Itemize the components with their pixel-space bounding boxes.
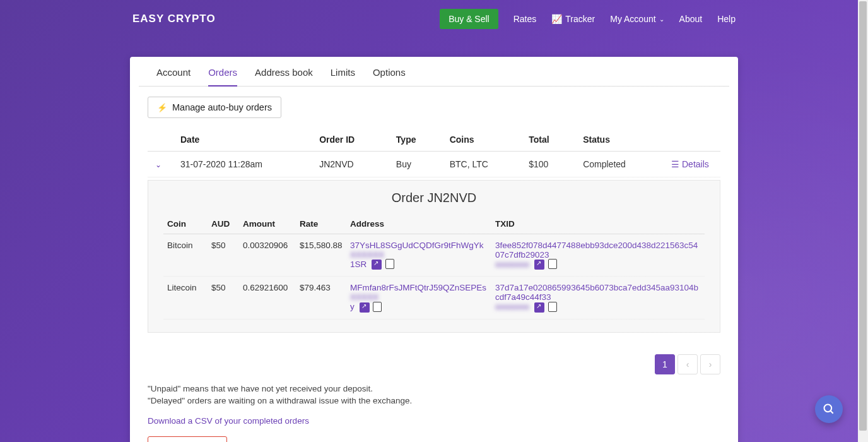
external-link-icon[interactable]	[372, 260, 382, 270]
dth-rate: Rate	[296, 214, 346, 234]
manage-auto-buy-button[interactable]: ⚡Manage auto-buy orders	[148, 97, 281, 118]
d-aud: $50	[208, 234, 239, 277]
address-link[interactable]: MFmfan8rFsJMFtQtrJ59QZnSEPEsXXXXXy	[350, 283, 486, 311]
cell-date: 31-07-2020 11:28am	[173, 152, 312, 177]
note-delayed: "Delayed" orders are waiting on a withdr…	[148, 395, 720, 407]
order-detail-table: Coin AUD Amount Rate Address TXID Bitcoi…	[163, 214, 705, 320]
th-actions	[664, 128, 720, 152]
cell-status: Completed	[575, 152, 664, 177]
dth-coin: Coin	[163, 214, 208, 234]
scrollbar-thumb[interactable]	[859, 1, 867, 431]
tab-account[interactable]: Account	[156, 67, 191, 86]
help-fab-button[interactable]	[815, 395, 843, 423]
order-expanded-panel: Order JN2NVD Coin AUD Amount Rate Addres…	[148, 180, 720, 333]
brand-logo[interactable]: EASY CRYPTO	[132, 13, 216, 25]
txid-link[interactable]: 3fee852f078d4477488ebb93dce200d438d22156…	[495, 241, 698, 269]
note-unpaid: "Unpaid" means that we have not yet rece…	[148, 383, 720, 395]
d-amount: 0.62921600	[239, 277, 296, 319]
nav-my-account[interactable]: My Account⌄	[610, 14, 664, 24]
nav-help[interactable]: Help	[717, 14, 736, 24]
expand-row-icon[interactable]: ⌄	[155, 160, 161, 169]
bolt-icon: ⚡	[157, 103, 167, 112]
d-coin: Litecoin	[163, 277, 208, 319]
th-total: Total	[521, 128, 575, 152]
search-icon	[823, 403, 835, 415]
external-link-icon[interactable]	[534, 302, 544, 313]
th-date: Date	[173, 128, 312, 152]
nav-about[interactable]: About	[679, 14, 703, 24]
cell-type: Buy	[389, 152, 442, 177]
tab-options[interactable]: Options	[373, 67, 406, 86]
copy-icon[interactable]	[549, 303, 557, 312]
dth-aud: AUD	[208, 214, 239, 234]
tab-address-book[interactable]: Address book	[255, 67, 313, 86]
th-status: Status	[575, 128, 664, 152]
dth-amount: Amount	[239, 214, 296, 234]
address-link[interactable]: 37YsHL8SGgUdCQDfGr9tFhWgYkXXXXXX1SR	[350, 241, 484, 269]
chevron-down-icon: ⌄	[659, 16, 664, 23]
dth-txid: TXID	[491, 214, 705, 234]
copy-icon[interactable]	[387, 260, 394, 269]
manage-auto-buy-label: Manage auto-buy orders	[172, 102, 272, 112]
scrollbar[interactable]	[858, 0, 868, 442]
external-link-icon[interactable]	[534, 260, 544, 270]
table-row: ⌄ 31-07-2020 11:28am JN2NVD Buy BTC, LTC…	[148, 152, 720, 177]
download-csv-link[interactable]: Download a CSV of your completed orders	[130, 416, 327, 426]
page-next-button[interactable]: ›	[700, 354, 720, 374]
page-prev-button[interactable]: ‹	[677, 354, 698, 374]
d-coin: Bitcoin	[163, 234, 208, 277]
detail-row: Litecoin $50 0.62921600 $79.463 MFmfan8r…	[163, 277, 705, 319]
detail-row: Bitcoin $50 0.00320906 $15,580.88 37YsHL…	[163, 234, 705, 277]
pagination: 1 ‹ ›	[130, 343, 738, 374]
tab-limits[interactable]: Limits	[331, 67, 355, 86]
nav-my-account-label: My Account	[610, 14, 655, 24]
account-tabs: Account Orders Address book Limits Optio…	[139, 57, 729, 87]
dth-address: Address	[346, 214, 491, 234]
d-rate: $79.463	[296, 277, 346, 319]
txid-link[interactable]: 37d7a17e020865993645b6073bca7edd345aa931…	[495, 283, 698, 311]
th-expand	[148, 128, 173, 152]
svg-line-1	[831, 411, 833, 414]
copy-icon[interactable]	[549, 260, 557, 269]
status-notes: "Unpaid" means that we have not yet rece…	[130, 374, 738, 407]
cell-coins: BTC, LTC	[442, 152, 522, 177]
list-icon: ☰	[671, 159, 679, 169]
d-amount: 0.00320906	[239, 234, 296, 277]
orders-table: Date Order ID Type Coins Total Status ⌄ …	[148, 128, 720, 333]
order-title: Order JN2NVD	[163, 191, 705, 205]
copy-icon[interactable]	[374, 303, 382, 312]
chart-icon: 📈	[551, 14, 562, 24]
d-rate: $15,580.88	[296, 234, 346, 277]
tab-orders[interactable]: Orders	[208, 67, 237, 87]
details-link[interactable]: Details	[682, 159, 709, 169]
th-type: Type	[389, 128, 442, 152]
external-link-icon[interactable]	[360, 302, 370, 313]
force-refresh-button[interactable]: ↻Force refresh	[148, 436, 227, 442]
th-coins: Coins	[442, 128, 522, 152]
nav-tracker-label: Tracker	[565, 14, 595, 24]
cell-orderid: JN2NVD	[312, 152, 389, 177]
svg-point-0	[824, 405, 832, 412]
cell-total: $100	[521, 152, 575, 177]
main-card: Account Orders Address book Limits Optio…	[130, 57, 738, 442]
d-aud: $50	[208, 277, 239, 319]
nav-tracker[interactable]: 📈Tracker	[551, 14, 595, 24]
page-1-button[interactable]: 1	[655, 354, 675, 374]
main-nav: Buy & Sell Rates 📈Tracker My Account⌄ Ab…	[440, 9, 736, 29]
nav-rates[interactable]: Rates	[513, 14, 537, 24]
th-orderid: Order ID	[312, 128, 389, 152]
nav-buy-sell[interactable]: Buy & Sell	[440, 9, 498, 29]
